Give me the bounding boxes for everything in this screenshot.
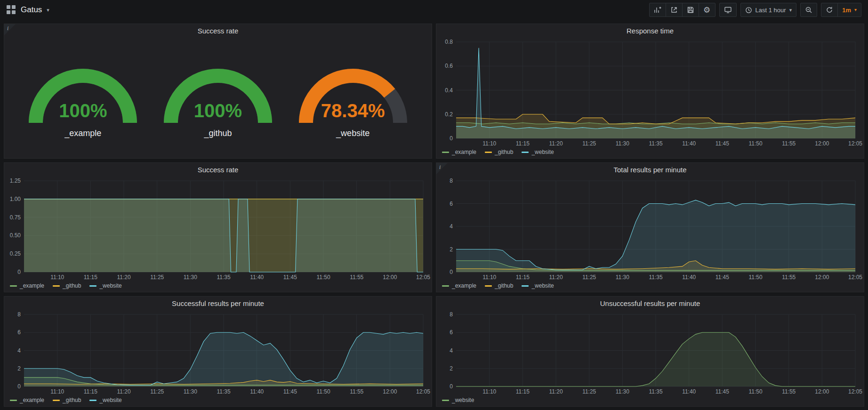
zoom-out-icon (805, 6, 812, 14)
svg-text:6: 6 (17, 329, 21, 336)
save-button[interactable] (682, 3, 699, 17)
legend-item-website[interactable]: _website (522, 149, 554, 155)
svg-text:11:10: 11:10 (50, 388, 64, 395)
chevron-down-icon: ▾ (47, 8, 49, 13)
panel-title[interactable]: Success rate (4, 163, 432, 177)
gauge-label: _example (18, 129, 148, 138)
svg-text:11:40: 11:40 (682, 140, 696, 147)
settings-button[interactable]: ⚙ (699, 3, 715, 17)
legend-item-website[interactable]: _website (89, 282, 121, 289)
legend-label: _example (452, 282, 476, 289)
chart-canvas[interactable]: 00.250.500.751.001.2511:1011:1511:2011:2… (4, 177, 432, 281)
tv-mode-button[interactable] (719, 3, 737, 17)
legend-item-website[interactable]: _website (442, 397, 474, 403)
add-panel-button[interactable] (649, 3, 666, 17)
svg-text:0.6: 0.6 (445, 63, 453, 69)
svg-text:11:25: 11:25 (150, 274, 164, 281)
chart-body: 0246811:1011:1511:2011:2511:3011:3511:40… (436, 311, 864, 396)
svg-text:11:35: 11:35 (217, 274, 230, 281)
legend-item-example[interactable]: _example (442, 149, 476, 155)
svg-text:8: 8 (17, 311, 21, 318)
svg-text:0.4: 0.4 (445, 87, 453, 94)
info-icon[interactable]: i (7, 25, 8, 32)
svg-text:4: 4 (450, 223, 453, 230)
legend-item-example[interactable]: _example (10, 397, 44, 403)
legend-item-website[interactable]: _website (89, 397, 121, 403)
svg-text:11:25: 11:25 (582, 274, 596, 281)
chart-canvas[interactable]: 0246811:1011:1511:2011:2511:3011:3511:40… (4, 311, 432, 396)
svg-text:0: 0 (17, 269, 21, 275)
panel-title[interactable]: Response time (436, 24, 864, 38)
share-button[interactable] (666, 3, 683, 17)
svg-text:11:55: 11:55 (782, 274, 796, 281)
panel-title[interactable]: Successful results per minute (4, 297, 432, 311)
chart-canvas[interactable]: 00.20.40.60.811:1011:1511:2011:2511:3011… (436, 38, 864, 148)
apps-grid-icon[interactable] (7, 5, 16, 15)
refresh-interval-label: 1m (842, 7, 851, 14)
legend-color-mark (10, 400, 17, 401)
svg-text:12:05: 12:05 (416, 388, 430, 395)
svg-text:0.50: 0.50 (10, 232, 21, 239)
legend-label: _website (99, 397, 121, 403)
dashboard-picker[interactable]: Gatus ▾ (7, 5, 49, 15)
time-range-label: Last 1 hour (755, 7, 786, 14)
svg-text:12:00: 12:00 (383, 274, 397, 281)
legend-color-mark (485, 285, 492, 287)
svg-text:0.75: 0.75 (10, 214, 21, 221)
legend-color-mark (53, 400, 60, 401)
legend-label: _website (99, 282, 121, 289)
legend-label: _example (20, 397, 44, 403)
legend-item-github[interactable]: _github (53, 282, 81, 289)
legend: _website (436, 396, 864, 406)
svg-text:11:10: 11:10 (50, 274, 64, 281)
zoom-out-button[interactable] (800, 3, 817, 17)
svg-text:11:20: 11:20 (117, 388, 130, 395)
svg-text:1.25: 1.25 (10, 177, 21, 184)
svg-text:11:20: 11:20 (117, 274, 130, 281)
svg-text:6: 6 (450, 201, 453, 207)
gauge-row: 100%_example100%_github78.34%_website (4, 38, 432, 158)
legend-item-github[interactable]: _github (485, 282, 513, 289)
svg-text:11:15: 11:15 (516, 140, 530, 147)
refresh-button[interactable] (821, 3, 838, 17)
svg-text:12:05: 12:05 (416, 274, 430, 281)
svg-text:11:45: 11:45 (283, 274, 297, 281)
legend-item-example[interactable]: _example (10, 282, 44, 289)
panel-success-rate-timeseries: Success rate 00.250.500.751.001.2511:101… (4, 162, 432, 292)
svg-text:12:00: 12:00 (815, 388, 829, 395)
panel-total-results: i Total results per minute 0246811:1011:… (436, 162, 864, 292)
refresh-interval-picker[interactable]: 1m ▾ (837, 3, 861, 17)
chart-canvas[interactable]: 0246811:1011:1511:2011:2511:3011:3511:40… (436, 177, 864, 281)
svg-text:11:10: 11:10 (482, 140, 496, 147)
dashboard-actions-group: ⚙ (649, 3, 715, 17)
chart-canvas[interactable]: 0246811:1011:1511:2011:2511:3011:3511:40… (436, 311, 864, 396)
svg-text:11:50: 11:50 (748, 140, 762, 147)
legend-item-website[interactable]: _website (522, 282, 554, 289)
svg-text:11:30: 11:30 (616, 388, 629, 395)
svg-text:11:35: 11:35 (649, 140, 662, 147)
svg-text:11:55: 11:55 (350, 274, 363, 281)
gauge-website: 78.34%_website (288, 55, 418, 138)
dashboard-title[interactable]: Gatus (21, 5, 42, 15)
svg-text:11:35: 11:35 (649, 388, 662, 395)
svg-text:2: 2 (17, 365, 21, 372)
svg-text:0.2: 0.2 (445, 111, 453, 118)
panel-title[interactable]: Unsuccessful results per minute (436, 297, 864, 311)
chart-body: 00.250.500.751.001.2511:1011:1511:2011:2… (4, 177, 432, 281)
legend: _example_github_website (436, 148, 864, 158)
panel-title[interactable]: Total results per minute (436, 163, 864, 177)
info-icon[interactable]: i (439, 164, 441, 171)
gear-icon: ⚙ (703, 6, 710, 14)
svg-text:11:45: 11:45 (715, 140, 729, 147)
legend: _example_github_website (436, 281, 864, 292)
time-range-picker[interactable]: Last 1 hour ▾ (740, 3, 797, 17)
legend-item-github[interactable]: _github (485, 149, 513, 155)
panel-title[interactable]: Success rate (4, 24, 432, 38)
svg-text:11:15: 11:15 (516, 388, 530, 395)
legend-item-example[interactable]: _example (442, 282, 476, 289)
legend-item-github[interactable]: _github (53, 397, 81, 403)
legend-color-mark (442, 400, 449, 401)
svg-text:8: 8 (450, 177, 453, 184)
gauge-github: 100%_github (153, 55, 283, 138)
svg-text:11:30: 11:30 (616, 140, 629, 147)
